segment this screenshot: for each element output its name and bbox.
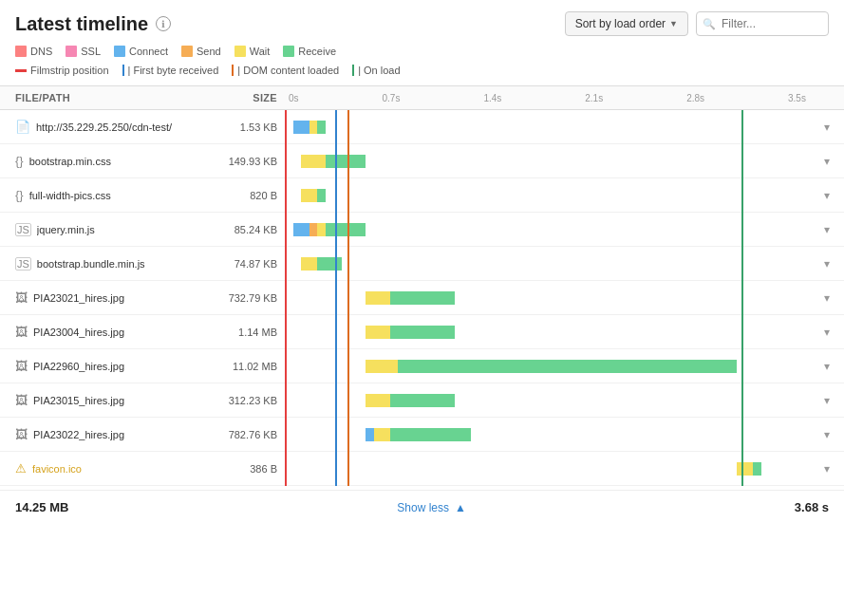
css-icon: {} xyxy=(15,188,24,202)
bar-receive xyxy=(753,462,761,476)
row-file: {} bootstrap.min.css xyxy=(0,154,199,168)
row-timeline xyxy=(285,383,810,418)
vline-red xyxy=(285,383,287,418)
chevron-down-icon: ▾ xyxy=(824,462,830,476)
vline-orange xyxy=(347,178,349,213)
row-timeline xyxy=(285,281,810,315)
vline-green xyxy=(741,247,743,281)
timeline-label: 2.8s xyxy=(686,93,704,103)
vline-blue xyxy=(335,144,337,178)
table-header: FILE/PATH SIZE 0s0.7s1.4s2.1s2.8s3.5s xyxy=(0,85,844,110)
vline-red xyxy=(285,315,287,349)
vline-red xyxy=(285,144,287,178)
row-file-name: PIA23021_hires.jpg xyxy=(33,292,124,304)
app-container: Latest timeline ℹ Sort by load order DNS… xyxy=(0,0,844,524)
legend-label: DNS xyxy=(30,46,52,57)
row-expand-button[interactable]: ▾ xyxy=(810,155,844,168)
chevron-down-icon: ▾ xyxy=(824,121,830,134)
row-expand-button[interactable]: ▾ xyxy=(810,291,844,305)
vline-orange xyxy=(347,418,349,452)
bar-wait xyxy=(374,428,390,441)
row-expand-button[interactable]: ▾ xyxy=(810,326,844,339)
legend-color xyxy=(66,46,77,57)
marker-label: | DOM content loaded xyxy=(237,65,339,76)
warn-icon: ⚠ xyxy=(15,461,27,476)
legend-color xyxy=(283,46,294,57)
col-file-header: FILE/PATH xyxy=(0,86,199,109)
row-expand-button[interactable]: ▾ xyxy=(810,428,844,441)
legend-label: Send xyxy=(197,46,221,57)
table: FILE/PATH SIZE 0s0.7s1.4s2.1s2.8s3.5s 📄 … xyxy=(0,85,844,486)
js-icon: JS xyxy=(15,257,31,271)
table-row: {} full-width-pics.css 820 B ▾ xyxy=(0,178,844,213)
bar-wait xyxy=(366,394,390,407)
vline-green xyxy=(741,281,743,315)
row-file: 🖼 PIA23021_hires.jpg xyxy=(0,290,199,305)
row-timeline xyxy=(285,349,810,383)
vline-blue xyxy=(335,110,337,144)
info-icon[interactable]: ℹ xyxy=(156,16,171,31)
row-file-name: bootstrap.min.css xyxy=(29,156,111,167)
show-less-button[interactable]: Show less ▲ xyxy=(397,501,466,514)
row-expand-button[interactable]: ▾ xyxy=(810,394,844,407)
table-row: 🖼 PIA23004_hires.jpg 1.14 MB ▾ xyxy=(0,315,844,349)
vline-red xyxy=(285,213,287,247)
timeline-label: 2.1s xyxy=(585,93,603,103)
vline-orange xyxy=(347,247,349,281)
row-timeline xyxy=(285,418,810,452)
row-expand-button[interactable]: ▾ xyxy=(810,360,844,373)
vline-green xyxy=(741,383,743,418)
row-expand-button[interactable]: ▾ xyxy=(810,462,844,476)
table-row: 🖼 PIA23021_hires.jpg 732.79 KB ▾ xyxy=(0,281,844,315)
legend-color xyxy=(181,46,193,57)
js-icon: JS xyxy=(15,223,31,236)
row-file: 📄 http://35.229.25.250/cdn-test/ xyxy=(0,120,199,134)
table-row: JS bootstrap.bundle.min.js 74.87 KB ▾ xyxy=(0,247,844,281)
bar-receive xyxy=(317,121,326,134)
bar-receive xyxy=(317,189,326,202)
vline-orange xyxy=(347,110,349,144)
sort-button[interactable]: Sort by load order xyxy=(565,11,688,36)
table-row: 📄 http://35.229.25.250/cdn-test/ 1.53 KB… xyxy=(0,110,844,144)
row-expand-button[interactable]: ▾ xyxy=(810,121,844,134)
vline-green xyxy=(741,418,743,452)
bar-receive xyxy=(317,257,342,271)
header: Latest timeline ℹ Sort by load order xyxy=(0,0,844,42)
timeline-labels: 0s0.7s1.4s2.1s2.8s3.5s xyxy=(285,93,810,103)
row-size: 782.76 KB xyxy=(199,429,285,440)
vline-blue xyxy=(335,383,337,418)
marker-item: | First byte received xyxy=(122,65,219,76)
marker-item: | On load xyxy=(352,65,400,76)
legend-item: Send xyxy=(181,46,221,57)
row-expand-button[interactable]: ▾ xyxy=(810,223,844,236)
row-size: 149.93 KB xyxy=(199,156,285,167)
legend-item: SSL xyxy=(66,46,101,57)
vline-orange xyxy=(347,144,349,178)
filter-input[interactable] xyxy=(696,11,829,36)
vline-orange xyxy=(347,452,349,486)
row-file-name: PIA23015_hires.jpg xyxy=(33,395,124,406)
legend-item: DNS xyxy=(15,46,52,57)
vline-blue xyxy=(335,247,337,281)
row-size: 1.14 MB xyxy=(199,327,285,338)
row-expand-button[interactable]: ▾ xyxy=(810,189,844,202)
bar-receive xyxy=(390,291,455,305)
row-expand-button[interactable]: ▾ xyxy=(810,257,844,271)
page-icon: 📄 xyxy=(15,120,30,134)
css-icon: {} xyxy=(15,154,24,168)
vline-orange xyxy=(347,213,349,247)
chevron-down-icon: ▾ xyxy=(824,291,830,305)
row-timeline xyxy=(285,213,810,247)
row-file-name: http://35.229.25.250/cdn-test/ xyxy=(36,121,172,133)
header-controls: Sort by load order xyxy=(565,11,829,36)
vline-green xyxy=(741,349,743,383)
bar-receive xyxy=(326,155,366,168)
total-size: 14.25 MB xyxy=(15,500,68,514)
bar-wait xyxy=(366,291,390,305)
vline-red xyxy=(285,418,287,452)
vline-orange xyxy=(347,383,349,418)
total-time: 3.68 s xyxy=(795,500,829,514)
row-file: {} full-width-pics.css xyxy=(0,188,199,202)
vline-orange xyxy=(347,349,349,383)
marker-line-blue xyxy=(122,65,124,76)
